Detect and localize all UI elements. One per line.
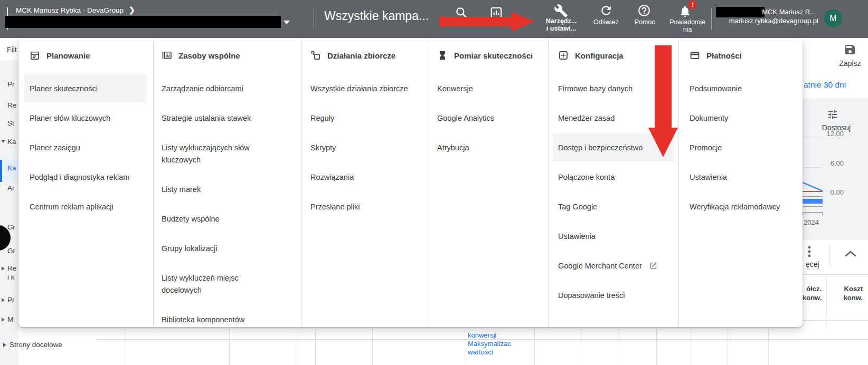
notifications-label-line2[interactable]: nia: [661, 26, 714, 33]
table-column-divider: [580, 329, 580, 365]
menu-item-planer-s-w-kluczowych[interactable]: Planer słów kluczowych: [30, 112, 143, 124]
menu-item-dokumenty[interactable]: Dokumenty: [690, 112, 795, 124]
chevron-up-icon[interactable]: [844, 249, 857, 258]
menu-item-grupy-lokalizacji[interactable]: Grupy lokalizacji: [162, 243, 273, 255]
menu-column-dzia-ania-zbiorcze: Działania zbiorczeWszystkie działania zb…: [301, 39, 428, 327]
sidebar-item[interactable]: Pr: [7, 80, 15, 88]
menu-column-title: Zasoby wspólne: [178, 51, 240, 60]
sidebar-item-strony-docelowe[interactable]: Strony docelowe: [10, 341, 62, 349]
menu-item-centrum-reklam-aplikacji[interactable]: Centrum reklam aplikacji: [30, 201, 143, 213]
divider: [829, 244, 829, 266]
menu-item-label: Firmowe bazy danych: [558, 84, 633, 93]
table-column-divider: [692, 329, 692, 365]
menu-item-planer-skuteczno-ci[interactable]: Planer skuteczności: [30, 83, 143, 95]
annotation-arrow-down: [655, 45, 672, 128]
menu-item-label: Weryfikacja reklamodawcy: [690, 203, 780, 211]
menu-item-label: Biblioteka komponentów: [162, 315, 244, 324]
help-icon[interactable]: [636, 2, 653, 19]
menu-item-tag-google[interactable]: Tag Google: [558, 201, 671, 213]
menu-item-label: Grupy lokalizacji: [162, 244, 218, 253]
sidebar-item[interactable]: Ka: [7, 164, 16, 172]
sidebar-item[interactable]: Re: [7, 101, 16, 109]
menu-item-wszystkie-dzia-ania-zbiorcze[interactable]: Wszystkie działania zbiorcze: [310, 83, 426, 95]
menu-item-label: Listy wykluczających słów kluczowych: [162, 143, 250, 164]
menu-item-skrypty[interactable]: Skrypty: [310, 142, 426, 154]
more-icon[interactable]: [805, 245, 814, 258]
menu-item-weryfikacja-reklamodawcy[interactable]: Weryfikacja reklamodawcy: [690, 201, 795, 213]
more-label[interactable]: ęcej: [806, 260, 819, 268]
menu-item-promocje[interactable]: Promocje: [690, 142, 795, 154]
refresh-icon[interactable]: [598, 2, 615, 19]
menu-item-mened-er-zasad[interactable]: Menedżer zasad: [558, 112, 671, 124]
sidebar-item[interactable]: Pr: [7, 296, 15, 304]
menu-item-label: Skrypty: [310, 143, 336, 152]
customize-icon[interactable]: [827, 109, 838, 120]
menu-item-firmowe-bazy-danych[interactable]: Firmowe bazy danych: [558, 83, 671, 95]
menu-item-google-merchant-center[interactable]: Google Merchant Center: [558, 260, 671, 272]
save-label: Zapisz: [834, 59, 866, 68]
breadcrumb[interactable]: MCK Mariusz Rybka - DevaGroup❯: [16, 6, 135, 14]
menu-item-planer-zasi-gu[interactable]: Planer zasięgu: [30, 142, 143, 154]
expand-arrow-icon[interactable]: [2, 266, 5, 271]
sidebar-item[interactable]: Gr: [7, 223, 15, 231]
bid-strategy-cell[interactable]: konwersjiMaksymalizacwartości: [468, 331, 536, 364]
menu-column-header: Zasoby wspólne: [162, 50, 240, 61]
menu-item-label: Tag Google: [558, 203, 597, 211]
campaign-table-strip: Strony docelowe konwersjiMaksymalizacwar…: [0, 327, 868, 365]
notifications-label-line1[interactable]: Powiadomie: [661, 19, 714, 26]
menu-item-listy-marek[interactable]: Listy marek: [162, 184, 273, 196]
menu-item-label: Listy marek: [162, 185, 201, 194]
table-column-divider: [656, 329, 657, 365]
expand-arrow-icon[interactable]: [2, 318, 5, 322]
menu-item-regu-y[interactable]: Reguły: [310, 112, 426, 124]
table-column-divider: [315, 329, 316, 365]
tools-settings-icon[interactable]: [552, 2, 569, 19]
sidebar-item[interactable]: Gr: [7, 247, 15, 255]
menu-item-bud-ety-wsp-lne[interactable]: Budżety wspólne: [162, 213, 273, 225]
avatar[interactable]: M: [824, 9, 842, 27]
menu-item-label: Reguły: [310, 114, 334, 122]
menu-item-przes-ane-pliki[interactable]: Przesłane pliki: [310, 201, 426, 213]
column-header-conv-rate[interactable]: ółcz.konw.: [803, 284, 822, 302]
menu-item-podgl-d-i-diagnostyka-reklam[interactable]: Podgląd i diagnostyka reklam: [30, 171, 143, 184]
menu-item-atrybucja[interactable]: Atrybucja: [437, 142, 543, 154]
filter-label[interactable]: Filt: [7, 45, 17, 54]
menu-item-dopasowanie-tre-ci[interactable]: Dopasowanie treści: [558, 290, 671, 302]
column-header-cost-conv[interactable]: Kosztkonw.: [830, 284, 863, 302]
menu-item-biblioteka-komponent-w[interactable]: Biblioteka komponentów: [162, 314, 273, 326]
redacted-account-selector[interactable]: [5, 16, 281, 28]
date-range-selector[interactable]: atnie 30 dni: [804, 80, 846, 90]
menu-item-listy-wyklucze-miejsc-docelowych[interactable]: Listy wykluczeń miejsc docelowych: [162, 272, 273, 296]
expand-arrow-icon[interactable]: [3, 343, 6, 347]
annotation-arrow-right-head: [511, 12, 534, 32]
menu-item-po-czone-konta[interactable]: Połączone konta: [558, 171, 671, 184]
caret-down-icon[interactable]: [284, 21, 290, 24]
menu-item-label: Google Analytics: [437, 114, 494, 122]
menu-item-rozwi-zania[interactable]: Rozwiązania: [310, 171, 426, 184]
y-axis-tick: 12,00: [803, 130, 844, 138]
bid-strategy-text-line: wartości: [468, 348, 536, 357]
sidebar-item[interactable]: M: [7, 315, 13, 323]
menu-item-zarz-dzanie-odbiorcami[interactable]: Zarządzanie odbiorcami: [162, 83, 273, 95]
account-name: MCK Mariusz R...: [739, 8, 816, 16]
menu-item-strategie-ustalania-stawek[interactable]: Strategie ustalania stawek: [162, 112, 273, 124]
menu-item-ustawienia[interactable]: Ustawienia: [690, 171, 795, 184]
collapse-arrow-icon[interactable]: [1, 140, 5, 143]
tools-label-line2[interactable]: i ustawi...: [535, 25, 588, 32]
menu-column-p-atno-ci: PłatnościPodsumowanieDokumentyPromocjeUs…: [678, 39, 803, 327]
save-button[interactable]: Zapisz: [834, 43, 866, 68]
sidebar-item[interactable]: Re: [7, 264, 16, 272]
notification-badge: !: [688, 1, 697, 9]
menu-item-listy-wykluczaj-cych-s-w-kluczowych[interactable]: Listy wykluczających słów kluczowych: [162, 142, 273, 166]
menu-item-google-analytics[interactable]: Google Analytics: [437, 112, 543, 124]
menu-item-podsumowanie[interactable]: Podsumowanie: [690, 83, 795, 95]
sidebar-item[interactable]: Ka: [7, 138, 16, 146]
sidebar-item[interactable]: Ar: [7, 184, 15, 192]
sidebar-item[interactable]: St: [7, 119, 14, 127]
menu-column-header: Planowanie: [30, 50, 90, 61]
expand-arrow-icon[interactable]: [2, 298, 5, 302]
menu-column-title: Płatności: [706, 51, 742, 60]
menu-item-ustawienia[interactable]: Ustawienia: [558, 230, 671, 243]
menu-item-konwersje[interactable]: Konwersje: [437, 83, 543, 95]
menu-column-title: Konfiguracja: [575, 51, 624, 60]
